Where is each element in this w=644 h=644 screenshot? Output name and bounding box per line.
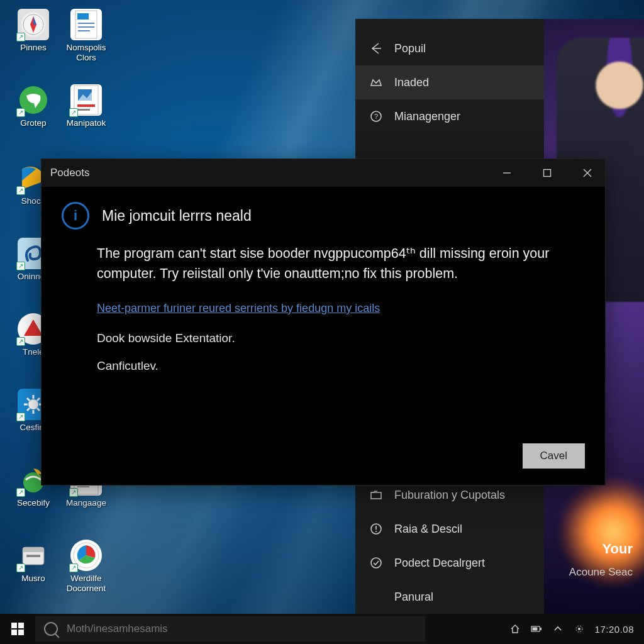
desktop-icon-label: Musro: [21, 574, 45, 584]
dialog-titlebar[interactable]: Podeots: [42, 159, 605, 187]
svg-line-27: [37, 398, 40, 401]
svg-rect-45: [532, 628, 537, 631]
svg-rect-36: [23, 547, 44, 552]
tray-home-icon[interactable]: [509, 623, 521, 635]
tray-battery-icon[interactable]: [531, 623, 542, 635]
error-dialog: Podeots i Mie jomcuit lerrrs neald The p…: [41, 158, 606, 486]
svg-rect-9: [77, 13, 89, 19]
desktop-icon-label: Secebify: [17, 498, 50, 508]
desktop-icon-label: Manipatok: [67, 118, 106, 128]
minimize-button[interactable]: [498, 164, 516, 182]
dialog-message: The program can't start sise booder nvgp…: [97, 243, 572, 284]
desktop-icon-werdilfe[interactable]: ↗ Werdilfe Docornent: [60, 540, 112, 593]
shortcut-badge-icon: ↗: [16, 488, 25, 497]
svg-line-26: [27, 408, 30, 411]
desktop-icon-manipatok[interactable]: ↗ Manipatok: [60, 84, 112, 128]
svg-rect-44: [540, 628, 541, 630]
desktop-icon-grotep[interactable]: ↗ Grotep: [8, 84, 59, 128]
shortcut-badge-icon: ↗: [16, 337, 25, 346]
svg-point-19: [28, 399, 38, 409]
dialog-line-1: Dook bowside Extentatior.: [97, 331, 585, 345]
desktop-icon-musro[interactable]: ↗ Musro: [8, 540, 59, 584]
desktop-icon-label: Werdilfe Docornent: [60, 574, 112, 593]
cancel-button[interactable]: Cavel: [523, 443, 585, 469]
tricolor-icon: ↗: [70, 540, 102, 571]
svg-rect-17: [77, 109, 90, 111]
shortcut-badge-icon: ↗: [16, 186, 25, 195]
dialog-line-2: Canficutlev.: [97, 359, 585, 373]
tray-network-icon[interactable]: [574, 623, 585, 635]
desktop-icon-label: Pinnes: [20, 43, 46, 53]
chat-icon: ↗: [18, 84, 49, 116]
image-file-icon: ↗: [70, 84, 102, 116]
dialog-help-link[interactable]: Neet-parmer furiner reured serrients by …: [97, 302, 380, 315]
close-button[interactable]: [579, 164, 596, 182]
svg-rect-40: [544, 170, 551, 177]
shortcut-badge-icon: ↗: [69, 488, 78, 497]
shortcut-badge-icon: ↗: [69, 564, 78, 572]
shortcut-badge-icon: ↗: [69, 108, 78, 117]
svg-rect-16: [77, 104, 95, 107]
taskbar: 17:20.08: [0, 614, 644, 644]
dialog-body: i Mie jomcuit lerrrs neald The program c…: [42, 187, 605, 443]
start-button[interactable]: [0, 614, 35, 644]
dialog-heading: Mie jomcuit lerrrs neald: [102, 208, 252, 225]
desktop-icon-nomspolis-clors[interactable]: Nomspolis Clors: [60, 9, 112, 62]
compass-icon: ↗: [18, 9, 49, 40]
shortcut-badge-icon: ↗: [16, 262, 25, 270]
shortcut-badge-icon: ↗: [16, 108, 25, 117]
svg-line-25: [37, 408, 40, 411]
shortcut-badge-icon: ↗: [16, 33, 25, 42]
windows-logo-icon: [11, 623, 24, 635]
system-tray: 17:20.08: [499, 623, 644, 635]
taskbar-clock[interactable]: 17:20.08: [595, 624, 634, 635]
desktop-icon-label: Nomspolis Clors: [60, 43, 112, 62]
search-input[interactable]: [67, 623, 416, 635]
desktop-icon-label: Grotep: [20, 118, 46, 128]
svg-rect-37: [26, 555, 40, 557]
dialog-title: Podeots: [50, 167, 89, 179]
shortcut-badge-icon: ↗: [16, 564, 25, 572]
tray-chevron-up-icon[interactable]: [552, 623, 564, 635]
svg-line-24: [27, 398, 30, 401]
desktop-icon-pinnes[interactable]: ↗ Pinnes: [8, 9, 59, 53]
document-icon: [70, 9, 102, 40]
shortcut-badge-icon: ↗: [16, 413, 25, 421]
svg-point-46: [578, 628, 580, 630]
search-icon: [44, 622, 58, 636]
box-icon: ↗: [18, 540, 49, 571]
taskbar-search[interactable]: [35, 616, 425, 641]
desktop-icon-label: Mangaage: [66, 498, 106, 508]
info-icon: i: [62, 202, 89, 230]
maximize-button[interactable]: [538, 164, 556, 182]
